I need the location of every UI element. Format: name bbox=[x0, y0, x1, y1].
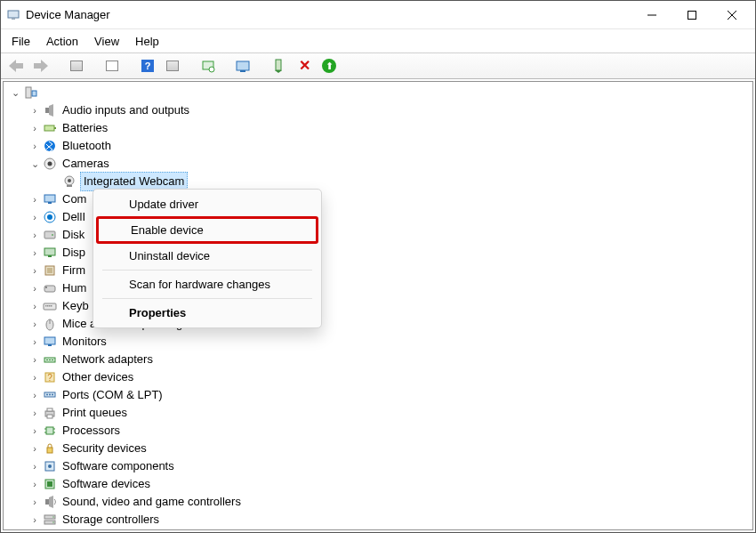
expander-icon[interactable]: › bbox=[28, 229, 41, 241]
show-hide-console-tree-icon[interactable] bbox=[67, 56, 86, 76]
tree-item-monitors[interactable]: ›Monitors bbox=[9, 333, 751, 351]
properties-icon[interactable] bbox=[163, 56, 182, 76]
svg-rect-3 bbox=[688, 11, 696, 19]
tree-item-processors[interactable]: ›Processors bbox=[9, 422, 751, 440]
context-menu-enable-device[interactable]: Enable device bbox=[96, 216, 318, 244]
tree-item-bluetooth[interactable]: ›Bluetooth bbox=[9, 137, 751, 155]
tree-item-batteries[interactable]: ›Batteries bbox=[9, 119, 751, 137]
device-tree[interactable]: ⌄.›Audio inputs and outputs›Batteries›Bl… bbox=[3, 81, 753, 530]
menu-file[interactable]: File bbox=[4, 32, 37, 51]
expander-icon[interactable]: › bbox=[28, 318, 41, 330]
bluetooth-icon bbox=[43, 139, 57, 153]
context-menu-uninstall-device[interactable]: Uninstall device bbox=[97, 245, 318, 267]
camera-icon bbox=[43, 157, 57, 171]
expander-icon[interactable]: › bbox=[28, 140, 41, 152]
svg-point-67 bbox=[48, 464, 52, 468]
context-menu-scan-for-hardware-changes[interactable]: Scan for hardware changes bbox=[97, 273, 318, 295]
tree-item-label: Monitors bbox=[60, 333, 109, 351]
svg-rect-1 bbox=[12, 18, 15, 20]
maximize-button[interactable] bbox=[672, 2, 712, 28]
menubar: File Action View Help bbox=[1, 29, 755, 52]
tree-item-label: Keyb bbox=[60, 297, 91, 315]
svg-rect-45 bbox=[44, 337, 55, 344]
tree-item-sound-video-and-game-controllers[interactable]: ›Sound, video and game controllers bbox=[9, 493, 751, 511]
svg-rect-37 bbox=[45, 287, 47, 288]
expander-icon[interactable]: › bbox=[28, 211, 41, 223]
uninstall-device-icon[interactable]: ⬆ bbox=[319, 56, 339, 76]
tree-item-software-devices[interactable]: ›Software devices bbox=[9, 475, 751, 493]
expander-icon[interactable]: › bbox=[28, 442, 41, 455]
expander-icon[interactable]: › bbox=[28, 335, 41, 348]
menu-action[interactable]: Action bbox=[39, 32, 85, 51]
tree-root[interactable]: ⌄. bbox=[9, 84, 751, 101]
svg-point-54 bbox=[46, 394, 48, 396]
forward-icon[interactable] bbox=[31, 56, 51, 76]
other-icon: ? bbox=[43, 370, 57, 384]
menu-help[interactable]: Help bbox=[128, 32, 166, 51]
expander-icon[interactable]: ⌄ bbox=[9, 86, 21, 99]
svg-rect-33 bbox=[48, 255, 52, 257]
scan-hardware-icon[interactable] bbox=[198, 56, 218, 76]
tree-item-integrated-webcam[interactable]: Integrated Webcam bbox=[9, 173, 751, 190]
svg-rect-14 bbox=[26, 87, 31, 98]
tree-item-ports-com-lpt[interactable]: ›Ports (COM & LPT) bbox=[9, 386, 751, 404]
expander-icon[interactable]: › bbox=[28, 424, 41, 437]
expander-icon[interactable]: › bbox=[28, 460, 41, 472]
close-button[interactable] bbox=[712, 2, 752, 28]
svg-rect-65 bbox=[47, 448, 52, 453]
tree-item-network-adapters[interactable]: ›Network adapters bbox=[9, 351, 751, 368]
expander-icon[interactable]: › bbox=[28, 104, 41, 117]
expander-icon[interactable]: › bbox=[28, 496, 41, 508]
svg-point-55 bbox=[49, 394, 51, 396]
svg-point-29 bbox=[47, 214, 52, 220]
tree-item-label: Print queues bbox=[60, 404, 129, 422]
sound-icon bbox=[43, 495, 57, 509]
svg-rect-42 bbox=[51, 305, 52, 307]
expander-icon[interactable]: › bbox=[28, 193, 41, 206]
port-icon bbox=[43, 388, 57, 402]
disable-device-icon[interactable]: ✕ bbox=[294, 56, 314, 76]
enable-device-icon[interactable] bbox=[269, 56, 289, 76]
svg-point-56 bbox=[52, 394, 53, 396]
svg-rect-18 bbox=[44, 125, 54, 131]
minimize-button[interactable] bbox=[631, 2, 672, 28]
expander-icon[interactable]: › bbox=[28, 478, 41, 490]
expander-icon[interactable]: › bbox=[28, 282, 41, 295]
update-driver-icon[interactable] bbox=[234, 56, 253, 76]
back-icon[interactable] bbox=[6, 56, 26, 76]
svg-rect-30 bbox=[44, 231, 55, 238]
tree-item-software-components[interactable]: ›Software components bbox=[9, 457, 751, 475]
tree-item-other-devices[interactable]: ›?Other devices bbox=[9, 368, 751, 386]
display-icon bbox=[43, 246, 57, 260]
properties-sheet-icon[interactable] bbox=[102, 56, 122, 76]
swdev-icon bbox=[43, 477, 57, 491]
context-menu-update-driver[interactable]: Update driver bbox=[97, 193, 318, 215]
tree-item-audio-inputs-and-outputs[interactable]: ›Audio inputs and outputs bbox=[9, 101, 751, 119]
expander-icon[interactable]: › bbox=[28, 353, 41, 366]
monitor2-icon bbox=[43, 335, 57, 349]
expander-icon[interactable]: › bbox=[28, 300, 41, 312]
expander-icon[interactable]: › bbox=[28, 389, 41, 401]
tree-item-storage-controllers[interactable]: ›Storage controllers bbox=[9, 511, 751, 529]
tree-item-security-devices[interactable]: ›Security devices bbox=[9, 440, 751, 457]
expander-icon[interactable]: › bbox=[28, 246, 41, 259]
expander-icon[interactable]: › bbox=[28, 371, 41, 384]
titlebar: Device Manager bbox=[1, 1, 755, 29]
context-menu-properties[interactable]: Properties bbox=[97, 302, 318, 324]
help-icon[interactable]: ? bbox=[138, 56, 157, 76]
tree-item-label: Sound, video and game controllers bbox=[60, 493, 243, 511]
tree-item-print-queues[interactable]: ›Print queues bbox=[9, 404, 751, 422]
expander-icon[interactable]: ⌄ bbox=[28, 157, 41, 170]
tree-item-label: Processors bbox=[60, 422, 122, 440]
expander-icon[interactable]: › bbox=[28, 513, 41, 526]
svg-rect-50 bbox=[52, 359, 53, 360]
menu-view[interactable]: View bbox=[87, 32, 126, 51]
dell-icon bbox=[43, 210, 57, 224]
svg-rect-11 bbox=[240, 70, 245, 72]
svg-rect-49 bbox=[49, 359, 51, 360]
tree-item-cameras[interactable]: ⌄Cameras bbox=[9, 155, 751, 173]
svg-point-75 bbox=[52, 521, 54, 523]
expander-icon[interactable]: › bbox=[28, 407, 41, 419]
expander-icon[interactable]: › bbox=[28, 264, 41, 277]
expander-icon[interactable]: › bbox=[28, 122, 41, 134]
